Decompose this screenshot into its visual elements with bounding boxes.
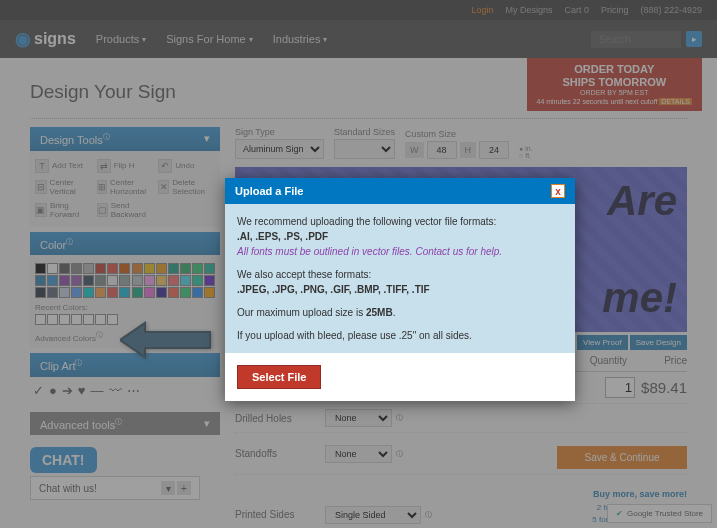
recent-swatch[interactable] <box>71 314 82 325</box>
color-swatch[interactable] <box>119 263 130 274</box>
curve-icon[interactable]: 〰 <box>109 383 122 398</box>
color-swatch[interactable] <box>156 275 167 286</box>
unit-toggle[interactable]: ● in.○ ft. <box>519 145 533 159</box>
google-trusted-store-badge[interactable]: ✔ Google Trusted Store <box>607 504 712 523</box>
color-swatch[interactable] <box>47 287 58 298</box>
color-swatch[interactable] <box>156 263 167 274</box>
width-input[interactable] <box>427 141 457 159</box>
my-designs-link[interactable]: My Designs <box>505 5 552 15</box>
color-swatch[interactable] <box>59 263 70 274</box>
color-swatch[interactable] <box>119 287 130 298</box>
pricing-link[interactable]: Pricing <box>601 5 629 15</box>
recent-swatch[interactable] <box>59 314 70 325</box>
recent-swatch[interactable] <box>107 314 118 325</box>
standoffs-select[interactable]: None <box>325 445 392 463</box>
canvas-text-2[interactable]: me! <box>602 274 677 322</box>
site-logo[interactable]: ◉signs <box>15 28 76 50</box>
color-swatch[interactable] <box>168 263 179 274</box>
color-swatch[interactable] <box>83 275 94 286</box>
view-proof-button[interactable]: View Proof <box>577 335 628 350</box>
color-swatch[interactable] <box>71 275 82 286</box>
color-swatch[interactable] <box>35 287 46 298</box>
color-swatch[interactable] <box>59 287 70 298</box>
login-link[interactable]: Login <box>471 5 493 15</box>
search-go-button[interactable]: ▸ <box>686 31 702 47</box>
color-swatch[interactable] <box>35 263 46 274</box>
canvas-text-1[interactable]: Are <box>607 177 677 225</box>
tool-send-backward[interactable]: ▢Send Backward <box>97 201 154 219</box>
cart-link[interactable]: Cart 0 <box>564 5 589 15</box>
holes-select[interactable]: None <box>325 409 392 427</box>
printed-sides-select[interactable]: Single Sided <box>325 506 421 524</box>
tool-delete[interactable]: ✕Delete Selection <box>158 178 215 196</box>
color-swatch[interactable] <box>180 275 191 286</box>
color-swatch[interactable] <box>119 275 130 286</box>
nav-products[interactable]: Products▾ <box>96 33 146 45</box>
color-swatch[interactable] <box>107 275 118 286</box>
heart-icon[interactable]: ♥ <box>78 383 86 398</box>
tool-bring-forward[interactable]: ▣Bring Forward <box>35 201 92 219</box>
tool-center-v[interactable]: ⊟Center Vertical <box>35 178 92 196</box>
chat-minimize-icon[interactable]: ▾ <box>161 481 175 495</box>
advanced-tools-header[interactable]: Advanced toolsⓘ▾ <box>30 412 220 436</box>
color-swatch[interactable] <box>132 287 143 298</box>
color-swatch[interactable] <box>71 287 82 298</box>
color-swatch[interactable] <box>59 275 70 286</box>
tool-add-text[interactable]: TAdd Text <box>35 159 92 173</box>
chat-bar[interactable]: Chat with us! ▾+ <box>30 476 200 500</box>
color-swatch[interactable] <box>192 263 203 274</box>
color-swatch[interactable] <box>107 287 118 298</box>
save-design-button[interactable]: Save Design <box>630 335 687 350</box>
chat-bubble[interactable]: CHAT! <box>30 447 97 473</box>
tool-flip[interactable]: ⇄Flip H <box>97 159 154 173</box>
color-swatch[interactable] <box>35 275 46 286</box>
design-tools-header[interactable]: Design Toolsⓘ▾ <box>30 127 220 151</box>
color-swatch[interactable] <box>168 287 179 298</box>
color-swatch[interactable] <box>95 287 106 298</box>
search-input[interactable] <box>591 31 681 48</box>
color-swatch[interactable] <box>168 275 179 286</box>
order-today-banner[interactable]: ORDER TODAY SHIPS TOMORROW ORDER BY 5PM … <box>527 58 703 111</box>
check-icon[interactable]: ✓ <box>33 383 44 398</box>
color-swatch[interactable] <box>180 263 191 274</box>
color-swatch[interactable] <box>132 263 143 274</box>
color-swatch[interactable] <box>156 287 167 298</box>
color-swatch[interactable] <box>204 275 215 286</box>
dots-icon[interactable]: ⋯ <box>127 383 140 398</box>
standard-sizes-select[interactable] <box>334 139 395 159</box>
color-swatch[interactable] <box>144 287 155 298</box>
tool-center-h[interactable]: ⊞Center Horizontal <box>97 178 154 196</box>
color-swatch[interactable] <box>144 263 155 274</box>
circle-icon[interactable]: ● <box>49 383 57 398</box>
color-swatch[interactable] <box>192 275 203 286</box>
save-continue-button[interactable]: Save & Continue <box>557 446 687 469</box>
close-icon[interactable]: x <box>551 184 565 198</box>
color-swatch[interactable] <box>180 287 191 298</box>
recent-swatch[interactable] <box>47 314 58 325</box>
recent-swatch[interactable] <box>35 314 46 325</box>
nav-industries[interactable]: Industries▾ <box>273 33 328 45</box>
recent-swatch[interactable] <box>95 314 106 325</box>
arrow-icon[interactable]: ➔ <box>62 383 73 398</box>
nav-signs-for-home[interactable]: Signs For Home▾ <box>166 33 252 45</box>
color-swatch[interactable] <box>47 275 58 286</box>
select-file-button[interactable]: Select File <box>237 365 321 389</box>
color-swatch[interactable] <box>204 287 215 298</box>
color-swatch[interactable] <box>192 287 203 298</box>
height-input[interactable] <box>479 141 509 159</box>
modal-text-fonts-warning[interactable]: All fonts must be outlined in vector fil… <box>237 244 563 259</box>
color-swatch[interactable] <box>83 287 94 298</box>
sign-type-select[interactable]: Aluminum Sign <box>235 139 324 159</box>
color-swatch[interactable] <box>107 263 118 274</box>
line-icon[interactable]: — <box>91 383 104 398</box>
banner-details-link[interactable]: DETAILS <box>659 98 692 105</box>
color-swatch[interactable] <box>47 263 58 274</box>
color-swatch[interactable] <box>144 275 155 286</box>
tool-undo[interactable]: ↶Undo <box>158 159 215 173</box>
color-swatch[interactable] <box>95 275 106 286</box>
color-swatch[interactable] <box>83 263 94 274</box>
color-swatch[interactable] <box>132 275 143 286</box>
chat-expand-icon[interactable]: + <box>177 481 191 495</box>
color-swatch[interactable] <box>204 263 215 274</box>
color-swatch[interactable] <box>71 263 82 274</box>
